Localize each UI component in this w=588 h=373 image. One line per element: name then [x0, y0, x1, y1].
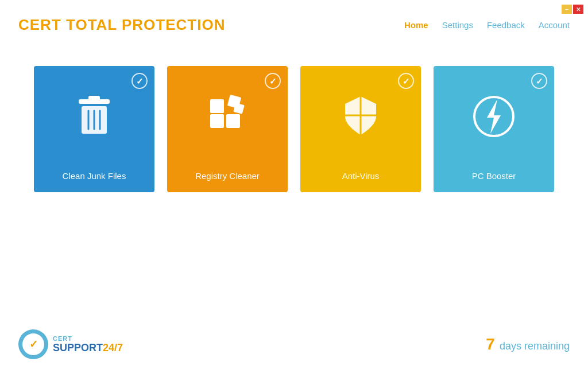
nav-home[interactable]: Home: [404, 20, 428, 30]
nav-settings[interactable]: Settings: [442, 20, 473, 30]
check-registry: [265, 73, 281, 89]
logo-inner: ✓: [22, 333, 44, 355]
svg-rect-7: [226, 114, 240, 128]
svg-rect-6: [210, 114, 224, 128]
logo-brand: SUPPORT 24/7: [53, 342, 123, 354]
svg-rect-1: [88, 96, 100, 100]
logo-circle: ✓: [18, 329, 48, 359]
registry-label: Registry Cleaner: [195, 171, 260, 181]
logo-check-icon: ✓: [29, 338, 38, 351]
pc-booster-card[interactable]: PC Booster: [434, 66, 554, 192]
app-title: CERT TOTAL PROTECTION: [18, 16, 225, 34]
anti-virus-card[interactable]: Anti-Virus: [300, 66, 421, 192]
svg-marker-14: [487, 99, 501, 134]
minimize-button[interactable]: –: [562, 5, 572, 14]
check-clean-junk: [131, 73, 148, 89]
nav-account[interactable]: Account: [539, 20, 570, 30]
logo-text: CERT SUPPORT 24/7: [53, 335, 123, 354]
days-label: days remaining: [500, 340, 570, 352]
svg-rect-8: [210, 99, 224, 113]
nav: Home Settings Feedback Account: [404, 20, 570, 30]
logo: ✓ CERT SUPPORT 24/7: [18, 329, 123, 359]
days-number: 7: [486, 335, 495, 353]
logo-support: SUPPORT: [53, 342, 103, 354]
clean-junk-card[interactable]: Clean Junk Files: [34, 66, 154, 192]
check-antivirus: [398, 73, 414, 89]
close-button[interactable]: ✕: [573, 5, 583, 14]
footer: ✓ CERT SUPPORT 24/7 7 days remaining: [0, 329, 588, 359]
antivirus-label: Anti-Virus: [342, 171, 380, 181]
feature-cards: Clean Junk Files Registry Cleaner: [0, 49, 588, 209]
days-remaining: 7 days remaining: [486, 335, 570, 353]
logo-247: 24/7: [103, 342, 123, 354]
booster-label: PC Booster: [472, 171, 516, 181]
check-booster: [531, 73, 547, 89]
logo-cert: CERT: [53, 335, 123, 342]
registry-cleaner-card[interactable]: Registry Cleaner: [167, 66, 288, 192]
clean-junk-label: Clean Junk Files: [63, 171, 126, 181]
nav-feedback[interactable]: Feedback: [487, 20, 525, 30]
titlebar: – ✕: [562, 5, 583, 14]
header: CERT TOTAL PROTECTION Home Settings Feed…: [0, 0, 588, 43]
